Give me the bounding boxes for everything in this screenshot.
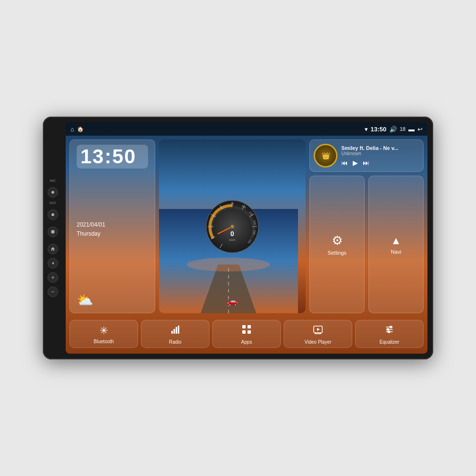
- home-icon[interactable]: ⌂: [70, 126, 74, 133]
- settings-label: Settings: [327, 250, 347, 256]
- svg-rect-39: [176, 327, 177, 334]
- rst-label: RST: [50, 201, 56, 205]
- music-artist: Unknown: [341, 151, 419, 156]
- weather-icon: ⛅: [77, 292, 148, 308]
- volume-icon: 🔊: [389, 126, 397, 133]
- album-art: 👑: [314, 144, 337, 168]
- power-button[interactable]: [48, 227, 58, 237]
- bluetooth-label: Bluetooth: [94, 339, 114, 344]
- right-column: 👑 Smiley ft. Delia - Ne v... Unknown ⏮ ▶…: [309, 139, 424, 313]
- svg-rect-38: [174, 329, 175, 334]
- svg-point-34: [231, 225, 234, 228]
- video-player-label: Video Player: [305, 339, 332, 345]
- top-row: 13:50 2021/04/01 Thursday ⛅: [69, 139, 424, 313]
- music-title: Smiley ft. Delia - Ne v...: [341, 145, 419, 151]
- svg-text:80: 80: [231, 202, 234, 205]
- svg-point-55: [388, 331, 390, 333]
- back-icon[interactable]: ↩: [417, 126, 423, 133]
- svg-rect-44: [248, 330, 251, 334]
- settings-icon: ⚙: [332, 233, 343, 248]
- svg-rect-7: [51, 278, 54, 278]
- vol-down-button[interactable]: [48, 287, 58, 297]
- vol-up-button[interactable]: [48, 272, 58, 283]
- svg-text:km/h: km/h: [229, 238, 235, 241]
- navi-label: Navi: [391, 249, 401, 255]
- screen: ⌂ 🏠 ▾ 13:50 🔊 18 ▬ ↩ 13:50: [66, 122, 427, 354]
- svg-point-0: [51, 191, 54, 194]
- video-player-button[interactable]: Video Player: [284, 320, 352, 348]
- equalizer-button[interactable]: Equalizer: [355, 320, 424, 348]
- svg-rect-40: [178, 326, 179, 334]
- apps-label: Apps: [241, 339, 252, 345]
- music-controls: ⏮ ▶ ⏭: [341, 159, 419, 167]
- back-side-button[interactable]: [48, 258, 58, 268]
- svg-rect-43: [242, 330, 246, 334]
- video-player-icon: [313, 324, 323, 337]
- play-button[interactable]: ▶: [353, 159, 358, 167]
- equalizer-label: Equalizer: [379, 339, 399, 345]
- svg-marker-4: [51, 247, 55, 251]
- svg-point-1: [51, 213, 54, 216]
- status-bar: ⌂ 🏠 ▾ 13:50 🔊 18 ▬ ↩: [66, 122, 427, 136]
- apps-button[interactable]: Apps: [212, 320, 281, 348]
- svg-text:20: 20: [210, 225, 214, 228]
- svg-marker-5: [52, 262, 54, 265]
- svg-point-12: [187, 258, 270, 271]
- next-button[interactable]: ⏭: [363, 159, 369, 167]
- svg-text:40: 40: [213, 215, 216, 218]
- svg-rect-37: [171, 331, 173, 334]
- home-side-button[interactable]: [48, 244, 58, 254]
- status-left: ⌂ 🏠: [70, 126, 84, 133]
- house-icon[interactable]: 🏠: [77, 126, 84, 132]
- music-widget[interactable]: 👑 Smiley ft. Delia - Ne v... Unknown ⏮ ▶…: [309, 139, 424, 172]
- signal-icon: ▾: [365, 126, 368, 133]
- clock-widget[interactable]: 13:50 2021/04/01 Thursday ⛅: [69, 139, 155, 313]
- svg-rect-41: [242, 325, 246, 328]
- bottom-bar: ✳ Bluetooth Radio: [69, 317, 424, 350]
- svg-text:0: 0: [230, 230, 234, 238]
- status-time: 13:50: [371, 126, 387, 133]
- speedometer-gauge: 20 40 60 80 100 120 140 160 220: [204, 198, 261, 255]
- main-content: 13:50 2021/04/01 Thursday ⛅: [66, 136, 427, 354]
- bluetooth-icon: ✳: [99, 325, 108, 337]
- radio-icon: [170, 324, 180, 337]
- radio-button[interactable]: Radio: [141, 320, 209, 348]
- clock-date: 2021/04/01 Thursday: [77, 220, 148, 238]
- prev-button[interactable]: ⏮: [341, 159, 348, 167]
- settings-navi-row: ⚙ Settings ▲ Navi: [309, 176, 424, 313]
- equalizer-icon: [384, 324, 395, 337]
- mic-label: MIC: [50, 179, 56, 182]
- mic-button[interactable]: [48, 187, 58, 198]
- apps-icon: [241, 324, 252, 337]
- navigation-button[interactable]: ▲ Navi: [368, 176, 424, 313]
- svg-marker-46: [317, 328, 320, 331]
- side-controls: MIC RST: [48, 179, 58, 297]
- clock-time: 13:50: [77, 145, 148, 169]
- music-info: Smiley ft. Delia - Ne v... Unknown ⏮ ▶ ⏭: [341, 145, 419, 167]
- car-head-unit: MIC RST ⌂ 🏠: [43, 117, 433, 359]
- rst-button[interactable]: [48, 209, 58, 220]
- svg-point-53: [390, 326, 392, 328]
- speedometer-widget: 20 40 60 80 100 120 140 160 220: [159, 139, 306, 313]
- svg-rect-8: [51, 292, 54, 292]
- svg-text:60: 60: [220, 206, 224, 209]
- car-icon: 🚗: [227, 296, 238, 307]
- svg-point-51: [387, 328, 389, 330]
- battery-icon: ▬: [408, 126, 415, 133]
- volume-level: 18: [400, 126, 406, 132]
- android-screen: ⌂ 🏠 ▾ 13:50 🔊 18 ▬ ↩ 13:50: [66, 122, 427, 354]
- settings-button[interactable]: ⚙ Settings: [309, 176, 365, 313]
- navi-icon: ▲: [391, 235, 401, 247]
- bluetooth-button[interactable]: ✳ Bluetooth: [69, 320, 138, 348]
- radio-label: Radio: [169, 339, 181, 345]
- svg-rect-42: [248, 325, 251, 328]
- status-right: ▾ 13:50 🔊 18 ▬ ↩: [365, 126, 423, 133]
